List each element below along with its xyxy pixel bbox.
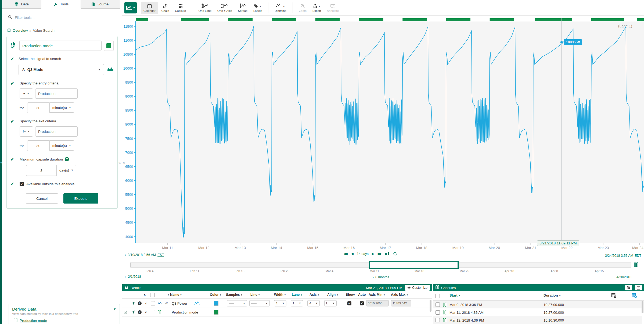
details-name-column-header[interactable]: ▲▼Name▲▼ bbox=[167, 293, 182, 297]
step-forward-fast-button[interactable]: ▶▶ bbox=[378, 252, 381, 255]
axis-max-input[interactable]: 11483.042 bbox=[391, 300, 411, 306]
capsules-scrollbar[interactable] bbox=[642, 301, 643, 313]
row-checkbox[interactable] bbox=[151, 310, 155, 314]
auto-scale-checkbox[interactable]: ✔ bbox=[360, 301, 364, 305]
capsule-presence-bar[interactable] bbox=[228, 18, 253, 21]
investigate-range-span[interactable]: 2.6 months bbox=[130, 275, 631, 279]
timezone-link[interactable]: EST bbox=[157, 253, 164, 257]
lane-select[interactable]: 1▼ bbox=[291, 300, 303, 306]
line-width-select[interactable]: 1▼ bbox=[274, 300, 286, 306]
details-auto-column-header[interactable]: Auto bbox=[358, 293, 366, 297]
exit-operator-select[interactable]: != ▼ bbox=[20, 126, 33, 137]
add-stat-column-button[interactable] bbox=[632, 293, 637, 299]
remove-item-icon[interactable]: × bbox=[145, 310, 147, 314]
capsule-presence-bar[interactable] bbox=[181, 18, 209, 21]
entry-operator-select[interactable]: = ▼ bbox=[20, 88, 33, 99]
toolbar-spread-button[interactable]: Spread bbox=[236, 2, 250, 14]
entry-duration-unit-select[interactable]: minute(s) ▼ bbox=[50, 102, 74, 113]
capsule-row[interactable]: Mar 12, 2018 4:36 PM15:10:30.000 bbox=[433, 316, 642, 324]
capsule-presence-bar[interactable] bbox=[446, 18, 470, 21]
details-lane-column-header[interactable]: Lane▲ bbox=[292, 293, 303, 297]
details-samples-column-header[interactable]: Samples▲▼ bbox=[226, 293, 242, 297]
step-to-end-button[interactable]: ▶ bbox=[385, 252, 389, 255]
filter-tools-input[interactable]: Filter tools... bbox=[15, 16, 35, 20]
zoom-to-capsule-button[interactable] bbox=[625, 285, 632, 290]
select-all-capsules-checkbox[interactable] bbox=[436, 294, 440, 298]
signal-select[interactable]: A Q3 Mode ▼ bbox=[19, 64, 104, 75]
axis-min-input[interactable]: 3815.9055 bbox=[366, 300, 389, 306]
add-column-button[interactable] bbox=[611, 293, 617, 299]
toolbar-dimming-button[interactable]: ▼ Dimming bbox=[272, 2, 289, 14]
details-close-all-column[interactable]: x bbox=[144, 293, 146, 297]
navigate-to-item-icon[interactable] bbox=[131, 310, 135, 314]
details-width-column-header[interactable]: Width▲▼ bbox=[274, 293, 286, 297]
entry-duration-input[interactable] bbox=[27, 102, 50, 113]
navigate-to-item-icon[interactable] bbox=[131, 301, 135, 305]
capsules-duration-column-header[interactable]: Duration ▲▼ bbox=[544, 293, 561, 297]
capsule-presence-bar[interactable] bbox=[359, 18, 383, 21]
details-axis-max-column-header[interactable]: Axis Max▲▼ bbox=[391, 293, 408, 297]
axis-select[interactable]: A▼ bbox=[307, 300, 320, 306]
details-line-column-header[interactable]: Line▲▼ bbox=[250, 293, 260, 297]
item-name[interactable]: Q3 Power bbox=[172, 301, 187, 305]
timeline-selected-range[interactable] bbox=[369, 261, 459, 269]
trend-chart[interactable]: 1150011000105001000095009000850080007500… bbox=[122, 16, 644, 252]
capsule-row[interactable]: Mar 11, 2018 4:36 AM19:27:00.000 bbox=[433, 308, 642, 316]
samples-style-select[interactable]: ▲ bbox=[227, 300, 247, 306]
customize-button[interactable]: Customize bbox=[405, 285, 430, 291]
toolbar-one-lane-button[interactable]: One Lane bbox=[196, 2, 214, 14]
line-style-select[interactable]: ▲ bbox=[249, 300, 270, 306]
capsule-presence-bar[interactable] bbox=[402, 18, 427, 21]
home-icon[interactable] bbox=[7, 28, 11, 33]
exit-duration-unit-select[interactable]: minute(s) ▼ bbox=[50, 140, 74, 151]
duration-label[interactable]: 14 days bbox=[357, 252, 369, 256]
capsules-start-column-header[interactable]: Start ▲ bbox=[449, 293, 461, 297]
toolbar-export-button[interactable]: ▼ Export bbox=[310, 2, 323, 14]
investigate-range-end[interactable]: 4/20/2018 bbox=[616, 275, 631, 279]
select-all-details-checkbox[interactable] bbox=[150, 293, 154, 297]
toolbar-one-y-axis-button[interactable]: One Y-Axis bbox=[215, 2, 234, 14]
timezone-link[interactable]: EDT bbox=[635, 254, 641, 258]
refresh-icon[interactable] bbox=[393, 252, 397, 256]
view-mode-menu-button[interactable]: ▼ bbox=[124, 2, 137, 13]
row-checkbox[interactable] bbox=[151, 301, 155, 305]
details-align-column-header[interactable]: Align▲▼ bbox=[327, 293, 338, 297]
tool-name-input[interactable] bbox=[19, 41, 102, 51]
exit-value-input[interactable] bbox=[35, 126, 78, 137]
edit-icon[interactable] bbox=[124, 310, 128, 314]
cancel-button[interactable]: Cancel bbox=[26, 193, 58, 204]
capsule-time-toggle-icon[interactable] bbox=[634, 262, 638, 268]
max-duration-input[interactable] bbox=[26, 165, 57, 176]
capsule-presence-bar[interactable] bbox=[591, 18, 624, 21]
color-swatch[interactable] bbox=[214, 310, 218, 314]
step-back-button[interactable]: ◀ bbox=[351, 252, 354, 255]
details-color-column-header[interactable]: Color▲▼ bbox=[210, 293, 221, 297]
details-scrollbar[interactable] bbox=[430, 300, 431, 312]
color-swatch[interactable] bbox=[214, 301, 218, 305]
capsule-presence-bar[interactable] bbox=[535, 18, 572, 21]
help-icon[interactable]: ? bbox=[65, 157, 69, 161]
available-outside-checkbox[interactable]: ✔ bbox=[20, 182, 24, 186]
capsule-presence-bar[interactable] bbox=[136, 18, 148, 21]
capsule-row[interactable]: Mar 9, 2018 3:36 PM19:27:00.000 bbox=[433, 301, 642, 308]
max-duration-unit-select[interactable]: day(s) ▼ bbox=[57, 165, 76, 175]
info-icon[interactable]: i bbox=[138, 310, 142, 314]
capsule-presence-bar[interactable] bbox=[272, 18, 296, 21]
collapse-sidebar-chevron-icon[interactable]: « bbox=[118, 160, 121, 164]
chevron-down-icon[interactable]: ▼ bbox=[113, 307, 116, 311]
toolbar-chain-button[interactable]: Chain bbox=[159, 2, 172, 14]
capsule-presence-bar[interactable] bbox=[315, 18, 340, 21]
capsule-checkbox[interactable] bbox=[436, 318, 440, 322]
collapse-panel-button[interactable] bbox=[635, 285, 642, 290]
toolbar-capsule-button[interactable]: Capsule bbox=[172, 2, 188, 14]
details-axis-min-column-header[interactable]: Axis Min▲▼ bbox=[369, 293, 385, 297]
capsule-presence-bar[interactable] bbox=[490, 18, 514, 21]
tool-color-picker-button[interactable] bbox=[104, 41, 114, 51]
derived-production-mode-link[interactable]: Production mode bbox=[20, 319, 47, 323]
toolbar-labels-button[interactable]: ▼ Labels bbox=[251, 2, 264, 14]
exit-duration-input[interactable] bbox=[27, 140, 50, 151]
tab-data[interactable]: Data bbox=[2, 0, 41, 8]
item-name[interactable]: Production mode bbox=[172, 310, 198, 314]
signal-preview-icon[interactable] bbox=[107, 66, 114, 73]
execute-button[interactable]: Execute bbox=[63, 193, 98, 204]
